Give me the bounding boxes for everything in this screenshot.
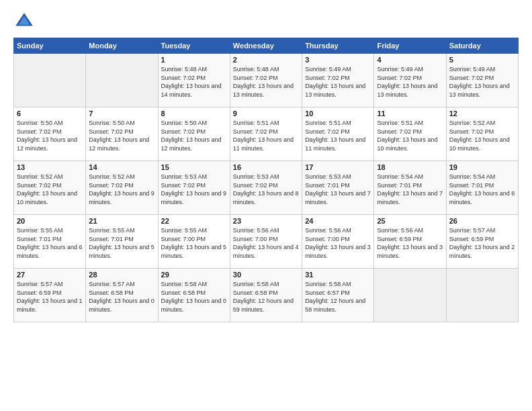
day-number: 9 <box>233 109 299 118</box>
day-number: 17 <box>305 163 371 171</box>
day-info: Sunrise: 5:52 AM Sunset: 7:02 PM Dayligh… <box>89 173 154 206</box>
calendar-cell: 1Sunrise: 5:48 AM Sunset: 7:02 PM Daylig… <box>158 54 230 107</box>
day-info: Sunrise: 5:57 AM Sunset: 6:58 PM Dayligh… <box>89 280 154 314</box>
day-number: 4 <box>377 56 443 64</box>
calendar-week-4: 20Sunrise: 5:55 AM Sunset: 7:01 PM Dayli… <box>14 215 519 269</box>
calendar-cell: 28Sunrise: 5:57 AM Sunset: 6:58 PM Dayli… <box>86 269 158 322</box>
calendar-cell: 10Sunrise: 5:51 AM Sunset: 7:02 PM Dayli… <box>302 107 374 161</box>
day-number: 6 <box>17 109 83 118</box>
day-info: Sunrise: 5:49 AM Sunset: 7:02 PM Dayligh… <box>449 65 515 99</box>
day-info: Sunrise: 5:58 AM Sunset: 6:58 PM Dayligh… <box>233 280 299 314</box>
calendar-cell: 7Sunrise: 5:50 AM Sunset: 7:02 PM Daylig… <box>86 107 158 161</box>
day-number: 1 <box>161 56 227 64</box>
calendar-body: 1Sunrise: 5:48 AM Sunset: 7:02 PM Daylig… <box>14 54 519 322</box>
calendar-week-1: 1Sunrise: 5:48 AM Sunset: 7:02 PM Daylig… <box>14 54 519 107</box>
calendar-cell: 12Sunrise: 5:52 AM Sunset: 7:02 PM Dayli… <box>446 107 518 161</box>
day-number: 20 <box>17 217 83 225</box>
calendar-cell <box>86 54 158 107</box>
day-number: 25 <box>377 217 443 225</box>
weekday-header-wednesday: Wednesday <box>230 38 302 54</box>
day-number: 10 <box>305 109 371 118</box>
day-info: Sunrise: 5:56 AM Sunset: 6:59 PM Dayligh… <box>377 226 443 260</box>
day-number: 22 <box>161 217 227 225</box>
day-info: Sunrise: 5:53 AM Sunset: 7:01 PM Dayligh… <box>305 173 371 206</box>
weekday-header-sunday: Sunday <box>14 38 86 54</box>
calendar-cell: 19Sunrise: 5:54 AM Sunset: 7:01 PM Dayli… <box>446 161 518 215</box>
day-info: Sunrise: 5:52 AM Sunset: 7:02 PM Dayligh… <box>17 173 83 206</box>
calendar-cell: 23Sunrise: 5:56 AM Sunset: 7:00 PM Dayli… <box>230 215 302 269</box>
calendar-cell: 17Sunrise: 5:53 AM Sunset: 7:01 PM Dayli… <box>302 161 374 215</box>
header <box>13 11 519 32</box>
day-number: 26 <box>449 217 515 225</box>
day-number: 19 <box>449 163 515 171</box>
day-info: Sunrise: 5:49 AM Sunset: 7:02 PM Dayligh… <box>305 65 371 99</box>
day-number: 23 <box>233 217 299 225</box>
calendar-cell: 6Sunrise: 5:50 AM Sunset: 7:02 PM Daylig… <box>14 107 86 161</box>
day-info: Sunrise: 5:49 AM Sunset: 7:02 PM Dayligh… <box>377 65 443 99</box>
calendar-cell: 8Sunrise: 5:50 AM Sunset: 7:02 PM Daylig… <box>158 107 230 161</box>
weekday-header-thursday: Thursday <box>302 38 374 54</box>
day-info: Sunrise: 5:58 AM Sunset: 6:58 PM Dayligh… <box>161 280 227 314</box>
day-info: Sunrise: 5:50 AM Sunset: 7:02 PM Dayligh… <box>161 119 227 152</box>
calendar-week-5: 27Sunrise: 5:57 AM Sunset: 6:59 PM Dayli… <box>14 269 519 322</box>
calendar-week-3: 13Sunrise: 5:52 AM Sunset: 7:02 PM Dayli… <box>14 161 519 215</box>
day-info: Sunrise: 5:51 AM Sunset: 7:02 PM Dayligh… <box>377 119 443 152</box>
day-number: 7 <box>89 109 154 118</box>
day-info: Sunrise: 5:48 AM Sunset: 7:02 PM Dayligh… <box>161 65 227 99</box>
weekday-header-monday: Monday <box>86 38 158 54</box>
day-number: 21 <box>89 217 154 225</box>
day-info: Sunrise: 5:57 AM Sunset: 6:59 PM Dayligh… <box>17 280 83 314</box>
day-number: 12 <box>449 109 515 118</box>
calendar-cell: 31Sunrise: 5:58 AM Sunset: 6:57 PM Dayli… <box>302 269 374 322</box>
calendar-week-2: 6Sunrise: 5:50 AM Sunset: 7:02 PM Daylig… <box>14 107 519 161</box>
calendar-cell: 22Sunrise: 5:55 AM Sunset: 7:00 PM Dayli… <box>158 215 230 269</box>
calendar-cell: 15Sunrise: 5:53 AM Sunset: 7:02 PM Dayli… <box>158 161 230 215</box>
calendar-cell: 21Sunrise: 5:55 AM Sunset: 7:01 PM Dayli… <box>86 215 158 269</box>
calendar-cell: 26Sunrise: 5:57 AM Sunset: 6:59 PM Dayli… <box>446 215 518 269</box>
day-number: 18 <box>377 163 443 171</box>
day-info: Sunrise: 5:56 AM Sunset: 7:00 PM Dayligh… <box>233 226 299 260</box>
calendar-header: SundayMondayTuesdayWednesdayThursdayFrid… <box>14 38 519 54</box>
day-info: Sunrise: 5:55 AM Sunset: 7:01 PM Dayligh… <box>89 226 154 260</box>
day-number: 15 <box>161 163 227 171</box>
day-number: 13 <box>17 163 83 171</box>
calendar-cell <box>446 269 518 322</box>
day-number: 27 <box>17 271 83 279</box>
weekday-header-row: SundayMondayTuesdayWednesdayThursdayFrid… <box>14 38 519 54</box>
calendar-cell: 24Sunrise: 5:56 AM Sunset: 7:00 PM Dayli… <box>302 215 374 269</box>
calendar-cell: 18Sunrise: 5:54 AM Sunset: 7:01 PM Dayli… <box>374 161 446 215</box>
day-number: 8 <box>161 109 227 118</box>
day-number: 28 <box>89 271 154 279</box>
day-info: Sunrise: 5:51 AM Sunset: 7:02 PM Dayligh… <box>233 119 299 152</box>
calendar-cell <box>374 269 446 322</box>
day-number: 31 <box>305 271 371 279</box>
logo <box>13 11 38 32</box>
calendar-cell: 27Sunrise: 5:57 AM Sunset: 6:59 PM Dayli… <box>14 269 86 322</box>
day-number: 24 <box>305 217 371 225</box>
calendar-cell: 2Sunrise: 5:48 AM Sunset: 7:02 PM Daylig… <box>230 54 302 107</box>
calendar-table: SundayMondayTuesdayWednesdayThursdayFrid… <box>13 38 519 322</box>
calendar-cell: 11Sunrise: 5:51 AM Sunset: 7:02 PM Dayli… <box>374 107 446 161</box>
day-info: Sunrise: 5:53 AM Sunset: 7:02 PM Dayligh… <box>233 173 299 206</box>
day-number: 11 <box>377 109 443 118</box>
calendar-cell: 5Sunrise: 5:49 AM Sunset: 7:02 PM Daylig… <box>446 54 518 107</box>
day-info: Sunrise: 5:55 AM Sunset: 7:01 PM Dayligh… <box>17 226 83 260</box>
calendar-cell: 13Sunrise: 5:52 AM Sunset: 7:02 PM Dayli… <box>14 161 86 215</box>
calendar-cell: 25Sunrise: 5:56 AM Sunset: 6:59 PM Dayli… <box>374 215 446 269</box>
calendar-cell: 29Sunrise: 5:58 AM Sunset: 6:58 PM Dayli… <box>158 269 230 322</box>
day-number: 29 <box>161 271 227 279</box>
day-info: Sunrise: 5:53 AM Sunset: 7:02 PM Dayligh… <box>161 173 227 206</box>
calendar-cell: 14Sunrise: 5:52 AM Sunset: 7:02 PM Dayli… <box>86 161 158 215</box>
calendar-cell: 9Sunrise: 5:51 AM Sunset: 7:02 PM Daylig… <box>230 107 302 161</box>
day-info: Sunrise: 5:50 AM Sunset: 7:02 PM Dayligh… <box>89 119 154 152</box>
calendar-cell: 20Sunrise: 5:55 AM Sunset: 7:01 PM Dayli… <box>14 215 86 269</box>
logo-icon <box>13 11 35 32</box>
calendar-cell: 4Sunrise: 5:49 AM Sunset: 7:02 PM Daylig… <box>374 54 446 107</box>
day-info: Sunrise: 5:58 AM Sunset: 6:57 PM Dayligh… <box>305 280 371 314</box>
day-number: 14 <box>89 163 154 171</box>
day-info: Sunrise: 5:54 AM Sunset: 7:01 PM Dayligh… <box>377 173 443 206</box>
day-info: Sunrise: 5:52 AM Sunset: 7:02 PM Dayligh… <box>449 119 515 152</box>
day-number: 5 <box>449 56 515 64</box>
day-info: Sunrise: 5:50 AM Sunset: 7:02 PM Dayligh… <box>17 119 83 152</box>
day-number: 3 <box>305 56 371 64</box>
